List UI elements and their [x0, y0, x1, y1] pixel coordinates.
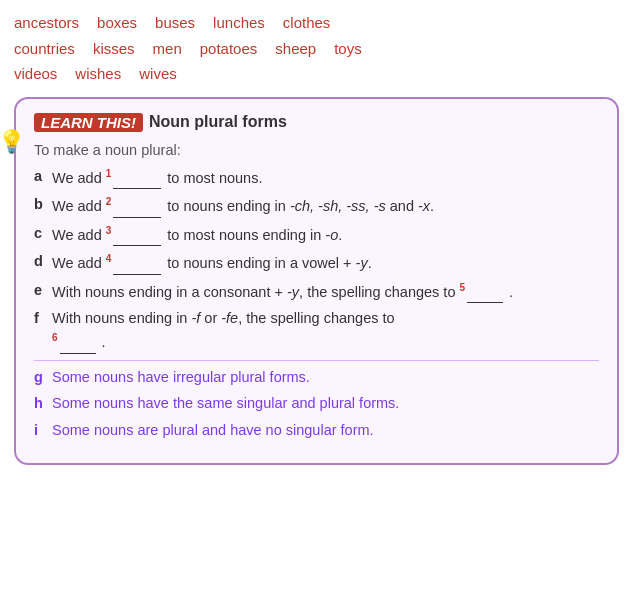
- rule-d: d We add 4 to nouns ending in a vowel + …: [34, 251, 599, 275]
- intro-text: To make a noun plural:: [34, 142, 599, 158]
- word-buses: buses: [155, 14, 195, 31]
- word-ancestors: ancestors: [14, 14, 79, 31]
- rule-g: g Some nouns have irregular plural forms…: [34, 367, 599, 389]
- rule-i: i Some nouns are plural and have no sing…: [34, 420, 599, 442]
- rule-text-i: Some nouns are plural and have no singul…: [52, 420, 599, 442]
- word-men: men: [153, 40, 182, 57]
- divider: [34, 360, 599, 361]
- rule-letter-b: b: [34, 194, 52, 216]
- learn-box-title: Noun plural forms: [149, 113, 287, 131]
- rule-c: c We add 3 to most nouns ending in -o.: [34, 223, 599, 247]
- word-wives: wives: [139, 65, 177, 82]
- rule-b: b We add 2 to nouns ending in -ch, -sh, …: [34, 194, 599, 218]
- word-toys: toys: [334, 40, 362, 57]
- rule-h: h Some nouns have the same singular and …: [34, 393, 599, 415]
- learn-box: 💡 LEARN THIS! Noun plural forms To make …: [14, 97, 619, 465]
- rule-text-d: We add 4 to nouns ending in a vowel + -y…: [52, 251, 599, 275]
- word-countries: countries: [14, 40, 75, 57]
- rule-text-f: With nouns ending in -f or -fe, the spel…: [52, 308, 599, 353]
- rule-f: f With nouns ending in -f or -fe, the sp…: [34, 308, 599, 353]
- word-lunches: lunches: [213, 14, 265, 31]
- word-list: ancestorsboxesbuseslunchesclothes countr…: [14, 10, 619, 87]
- rule-a: a We add 1 to most nouns.: [34, 166, 599, 190]
- word-potatoes: potatoes: [200, 40, 258, 57]
- rule-letter-g: g: [34, 367, 52, 389]
- word-sheep: sheep: [275, 40, 316, 57]
- rule-text-e: With nouns ending in a consonant + -y, t…: [52, 280, 599, 304]
- rule-letter-i: i: [34, 420, 52, 442]
- rule-letter-c: c: [34, 223, 52, 245]
- rule-letter-a: a: [34, 166, 52, 188]
- rule-e: e With nouns ending in a consonant + -y,…: [34, 280, 599, 304]
- word-clothes: clothes: [283, 14, 331, 31]
- word-kisses: kisses: [93, 40, 135, 57]
- rule-text-h: Some nouns have the same singular and pl…: [52, 393, 599, 415]
- rule-letter-e: e: [34, 280, 52, 302]
- learn-this-badge: LEARN THIS!: [34, 113, 143, 132]
- word-boxes: boxes: [97, 14, 137, 31]
- rule-text-b: We add 2 to nouns ending in -ch, -sh, -s…: [52, 194, 599, 218]
- rule-letter-d: d: [34, 251, 52, 273]
- rule-letter-f: f: [34, 308, 52, 330]
- rule-text-a: We add 1 to most nouns.: [52, 166, 599, 190]
- rule-list: a We add 1 to most nouns. b We add 2 to …: [34, 166, 599, 442]
- word-videos: videos: [14, 65, 57, 82]
- rule-text-g: Some nouns have irregular plural forms.: [52, 367, 599, 389]
- bulb-icon: 💡: [0, 129, 25, 155]
- learn-header: LEARN THIS! Noun plural forms: [34, 113, 599, 132]
- word-wishes: wishes: [75, 65, 121, 82]
- rule-text-c: We add 3 to most nouns ending in -o.: [52, 223, 599, 247]
- rule-letter-h: h: [34, 393, 52, 415]
